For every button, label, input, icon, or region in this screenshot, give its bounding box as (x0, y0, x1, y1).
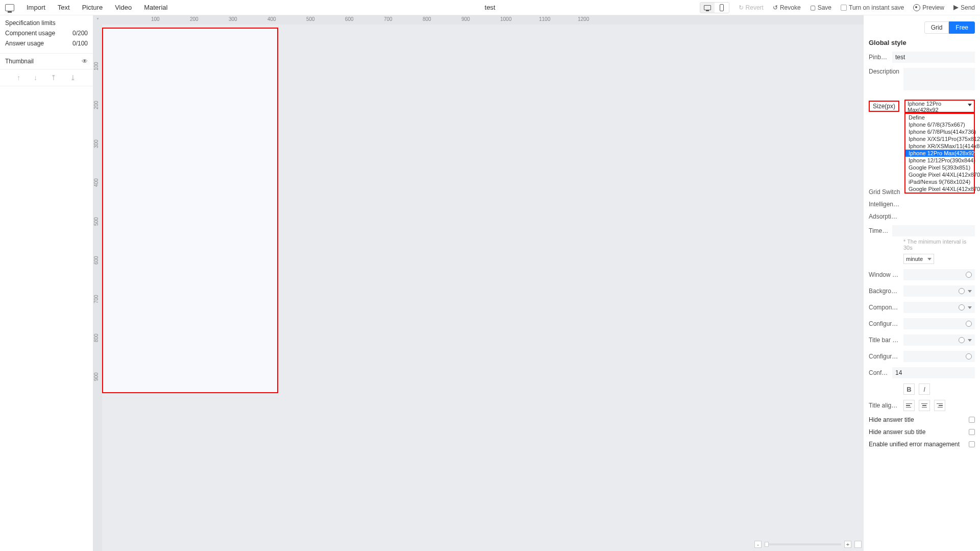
timed-refresh-label: Timed refre... (869, 227, 889, 234)
left-panel: Specification limits Component usage0/20… (0, 15, 93, 551)
component-usage-row: Component usage0/200 (5, 30, 88, 37)
zoom-slider[interactable] (765, 543, 841, 545)
top-menu: Import Text Picture Video Material (5, 4, 167, 11)
configure-t2-label: Configure t... (869, 353, 900, 360)
size-select[interactable]: Iphone 12Pro Max(428x92 (905, 101, 974, 112)
window-color-row: Window col... (869, 269, 975, 280)
color-swatch[interactable] (959, 337, 965, 343)
top-toolbar: Import Text Picture Video Material test … (0, 0, 980, 15)
pinboard-name-input[interactable] (892, 52, 975, 63)
size-option[interactable]: Iphone 12Pro Max(428x926) (905, 150, 974, 157)
menu-material[interactable]: Material (144, 4, 167, 11)
chevron-down-icon (968, 339, 972, 342)
fit-screen-button[interactable] (854, 541, 862, 548)
zoom-handle[interactable] (765, 542, 769, 547)
hide-answer-sub-row: Hide answer sub title (869, 428, 975, 436)
italic-button[interactable]: I (919, 384, 930, 395)
preview-button[interactable]: Preview (913, 4, 944, 11)
thumbnail-label: Thumbnail (5, 58, 34, 65)
size-option[interactable]: Google Pixel 5(393x851) (905, 164, 974, 171)
size-option[interactable]: Google Pixel 4/4XL(412x870) (905, 171, 974, 178)
device-mobile-button[interactable] (715, 3, 729, 13)
chevron-down-icon (968, 104, 972, 106)
preview-label: Preview (922, 4, 944, 11)
tab-free[interactable]: Free (949, 21, 975, 34)
size-dropdown: DefineIphone 6/7/8(375x667)Iphone 6/7/8P… (904, 113, 975, 194)
zoom-in-button[interactable]: + (844, 541, 851, 548)
horizontal-ruler[interactable]: 100200300400500600700800900100011001200 (102, 15, 864, 25)
hide-answer-sub-checkbox[interactable] (969, 429, 975, 435)
size-option[interactable]: Iphone 12/12Pro(390x844) (905, 157, 974, 164)
size-option[interactable]: Iphone XR/XSMax/11(414x896) (905, 142, 974, 150)
move-down-icon[interactable]: ↓ (34, 74, 37, 82)
unified-error-label: Enable unified error management (869, 441, 960, 448)
size-option[interactable]: Iphone 6/7/8(375x667) (905, 121, 974, 128)
color-swatch[interactable] (959, 304, 965, 310)
global-style-title: Global style (869, 39, 975, 46)
description-input[interactable] (903, 68, 975, 90)
font-size-input[interactable] (892, 367, 975, 378)
move-top-icon[interactable]: ⤒ (51, 74, 57, 82)
color-swatch[interactable] (966, 321, 972, 327)
artboard[interactable] (102, 28, 278, 393)
size-option[interactable]: Iphone 6/7/8Plus(414x736) (905, 128, 974, 135)
app-logo-icon[interactable] (5, 4, 14, 11)
size-option[interactable]: Iphone X/XS/11Pro(375x812) (905, 135, 974, 142)
instant-save-label: Turn on instant save (849, 4, 904, 11)
description-row: Description (869, 68, 975, 90)
configure-t3-row: Configure t... (869, 367, 975, 378)
align-buttons (903, 400, 945, 411)
configure-t1-row: Configure t... (869, 318, 975, 329)
ruler-corner[interactable]: ˅ (93, 15, 102, 25)
menu-video[interactable]: Video (115, 4, 132, 11)
vertical-ruler[interactable]: 100200300400500600700800900 (93, 25, 102, 551)
spec-title: Specification limits (5, 19, 56, 27)
answer-usage-row: Answer usage0/100 (5, 40, 88, 47)
chevron-down-icon (968, 290, 972, 293)
configure-t1-label: Configure t... (869, 320, 900, 327)
align-center-button[interactable] (919, 400, 930, 411)
menu-text[interactable]: Text (58, 4, 70, 11)
device-desktop-button[interactable] (700, 3, 715, 13)
unified-error-checkbox[interactable] (969, 441, 975, 447)
align-left-button[interactable] (903, 400, 915, 411)
grid-switch-label: Grid Switch (869, 188, 900, 196)
menu-picture[interactable]: Picture (82, 4, 103, 11)
color-swatch[interactable] (966, 353, 972, 360)
hide-answer-title-checkbox[interactable] (969, 417, 975, 423)
zoom-out-button[interactable]: - (754, 541, 762, 548)
unified-error-row: Enable unified error management (869, 441, 975, 448)
align-right-button[interactable] (934, 400, 945, 411)
instant-save-toggle[interactable]: Turn on instant save (841, 4, 904, 11)
component-label: Component... (869, 304, 900, 311)
size-select-wrap: Iphone 12Pro Max(428x92 DefineIphone 6/7… (904, 100, 975, 113)
move-bottom-icon[interactable]: ⤓ (70, 74, 76, 82)
revert-button[interactable]: ↻Revert (739, 4, 764, 11)
save-button[interactable]: ▢Save (810, 4, 831, 11)
color-swatch[interactable] (966, 272, 972, 278)
thumbnail-header: Thumbnail 👁 (0, 53, 93, 69)
size-option[interactable]: Define (905, 114, 974, 121)
hide-answer-sub-label: Hide answer sub title (869, 428, 925, 436)
comp-usage-label: Component usage (5, 30, 55, 37)
size-option[interactable]: iPad/Nexus 9(768x1024) (905, 178, 974, 185)
canvas-content[interactable] (102, 25, 864, 551)
size-row: Size(px) Iphone 12Pro Max(428x92 DefineI… (869, 100, 975, 113)
redo-icon: ↺ (773, 4, 778, 11)
revoke-button[interactable]: ↺Revoke (773, 4, 801, 11)
refresh-unit-select[interactable]: minute (903, 254, 934, 264)
thumbnail-tools: ↑ ↓ ⤒ ⤓ (0, 69, 93, 86)
menu-import[interactable]: Import (27, 4, 45, 11)
timed-refresh-input[interactable] (892, 225, 975, 236)
bold-button[interactable]: B (903, 384, 915, 395)
send-button[interactable]: Send (953, 4, 975, 11)
visibility-icon[interactable]: 👁 (82, 58, 88, 65)
color-swatch[interactable] (959, 288, 965, 294)
tab-grid[interactable]: Grid (924, 21, 949, 34)
move-up-icon[interactable]: ↑ (17, 74, 20, 82)
monitor-icon (704, 5, 711, 10)
chevron-down-icon (968, 306, 972, 309)
canvas-area: ˅ 10020030040050060070080090010001100120… (93, 15, 864, 551)
right-panel: Grid Free Global style Pinboard n... Des… (864, 15, 980, 551)
size-option[interactable]: Google Pixel 4/4XL(412x870) (905, 185, 974, 193)
